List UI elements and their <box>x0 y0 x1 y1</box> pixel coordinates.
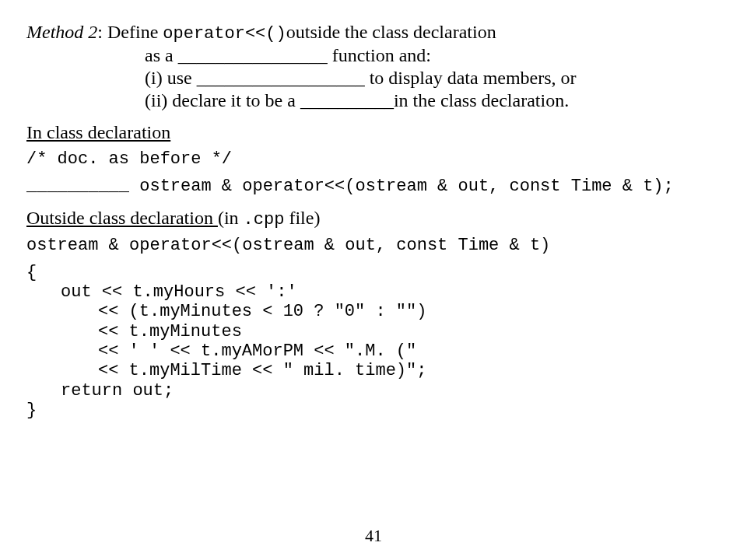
outside-heading-pre: Outside class declaration <box>26 208 218 228</box>
code-line-5: << t.myMinutes <box>26 322 721 341</box>
blank-1: ________________ <box>178 45 328 65</box>
code-line-1: ostream & operator<<(ostream & out, cons… <box>26 236 721 255</box>
in-class-section: In class declaration /* doc. as before *… <box>26 122 721 197</box>
line3-pre: (i) use <box>145 68 197 88</box>
code-line-3: out << t.myHours << ':' <box>26 282 721 302</box>
title-line-2: as a ________________ function and: <box>145 45 721 66</box>
outside-class-section: Outside class declaration (in .cpp file)… <box>26 208 721 421</box>
cpp-code: .cpp <box>244 210 285 229</box>
outside-heading: Outside class declaration (in .cpp file) <box>26 208 320 228</box>
code-line-7: << t.myMilTime << " mil. time)"; <box>26 361 721 380</box>
blank-3: __________ <box>300 90 394 110</box>
decl-code: ostream & operator<<(ostream & out, cons… <box>129 177 674 196</box>
code-line-8: return out; <box>26 381 721 401</box>
line4-pre: (ii) declare it to be a <box>145 90 300 110</box>
title-line-1: Method 2: Define operator<<()outside the… <box>26 22 721 44</box>
code-line-2: { <box>26 263 721 282</box>
code-comment: /* doc. as before */ <box>26 149 721 169</box>
operator-code: operator<<() <box>163 24 286 44</box>
line2-post: function and: <box>328 45 431 65</box>
title-line-3: (i) use __________________ to display da… <box>145 68 721 89</box>
code-line-9: } <box>26 401 721 420</box>
paren-pre: (in <box>218 208 244 228</box>
title-line-4: (ii) declare it to be a __________in the… <box>145 90 721 111</box>
in-class-heading: In class declaration <box>26 122 170 142</box>
friend-declaration: __________ ostream & operator<<(ostream … <box>26 177 721 196</box>
method-label: Method 2 <box>26 22 97 42</box>
title-text-1-pre: : Define <box>97 22 163 42</box>
blank-4: __________ <box>26 177 129 196</box>
page-number: 41 <box>0 526 747 546</box>
paren-post: file) <box>284 208 320 228</box>
line3-post: to display data members, or <box>365 68 577 88</box>
line4-post: in the class declaration. <box>394 90 569 110</box>
blank-2: __________________ <box>197 68 365 88</box>
line2-pre: as a <box>145 45 178 65</box>
code-line-6: << ' ' << t.myAMorPM << ".M. (" <box>26 341 721 361</box>
in-class-code: /* doc. as before */ __________ ostream … <box>26 149 721 197</box>
outside-code-block: ostream & operator<<(ostream & out, cons… <box>26 236 721 421</box>
title-text-1-post: outside the class declaration <box>286 22 496 42</box>
code-line-4: << (t.myMinutes < 10 ? "0" : "") <box>26 302 721 321</box>
slide-page: Method 2: Define operator<<()outside the… <box>0 0 747 560</box>
